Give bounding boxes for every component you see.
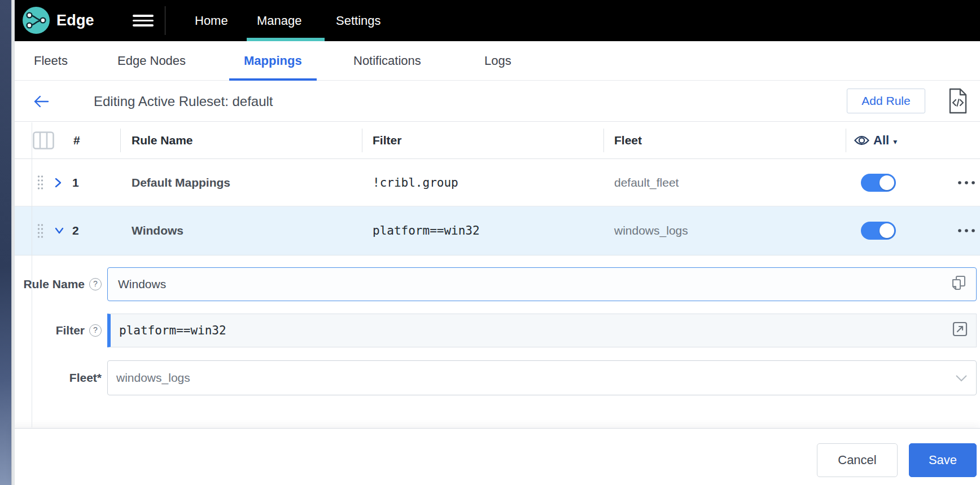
table-row-default-mappings[interactable]: 1 Default Mappings !cribl.group default_… bbox=[11, 159, 980, 206]
more-actions-icon[interactable] bbox=[957, 206, 975, 255]
rule-number: 2 bbox=[72, 206, 79, 255]
drag-handle-icon[interactable] bbox=[37, 206, 43, 255]
column-divider bbox=[846, 129, 846, 152]
more-actions-icon[interactable] bbox=[957, 159, 975, 206]
manage-subtabs: Fleets Edge Nodes Mappings Notifications… bbox=[11, 41, 980, 81]
column-header-rule-name: Rule Name bbox=[132, 122, 193, 159]
fleet-label-text: Fleet* bbox=[69, 371, 102, 385]
help-icon[interactable]: ? bbox=[89, 278, 102, 290]
rule-name: Windows bbox=[132, 206, 183, 255]
nav-settings[interactable]: Settings bbox=[325, 0, 392, 41]
tab-notifications[interactable]: Notifications bbox=[339, 41, 436, 81]
tab-fleets[interactable]: Fleets bbox=[19, 41, 82, 81]
fleet-select[interactable]: windows_logs bbox=[107, 360, 977, 395]
column-header-number: # bbox=[73, 122, 80, 159]
filter-label: Filter ? bbox=[11, 314, 102, 347]
save-button[interactable]: Save bbox=[909, 443, 977, 477]
chevron-down-icon bbox=[955, 371, 968, 385]
rule-enabled-toggle[interactable] bbox=[861, 174, 896, 192]
column-settings-icon[interactable] bbox=[33, 131, 54, 152]
topbar-divider bbox=[165, 6, 165, 35]
fleet-select-value: windows_logs bbox=[116, 371, 948, 385]
chevron-right-icon[interactable] bbox=[54, 159, 62, 206]
brand-title: Edge bbox=[56, 0, 94, 41]
rule-name-input-value: Windows bbox=[118, 277, 945, 291]
column-divider bbox=[603, 129, 604, 152]
expand-editor-icon[interactable] bbox=[952, 321, 968, 340]
back-arrow-icon[interactable] bbox=[33, 94, 50, 109]
column-header-fleet: Fleet bbox=[614, 122, 642, 159]
ruleset-header-bar: Editing Active Ruleset: default Add Rule bbox=[11, 81, 980, 122]
rule-number: 1 bbox=[72, 159, 79, 206]
page-title: Editing Active Ruleset: default bbox=[94, 81, 273, 122]
filter-expression-input[interactable]: platform==win32 bbox=[107, 314, 977, 347]
visibility-filter-dropdown[interactable]: All ▾ bbox=[854, 122, 897, 159]
rule-name-label: Rule Name ? bbox=[11, 267, 102, 301]
toggle-knob bbox=[880, 223, 894, 238]
rule-fleet: default_fleet bbox=[614, 159, 679, 206]
rule-fleet: windows_logs bbox=[614, 206, 688, 255]
cancel-button[interactable]: Cancel bbox=[817, 443, 898, 477]
help-icon[interactable]: ? bbox=[89, 324, 102, 337]
filter-label-text: Filter bbox=[56, 324, 85, 337]
tab-edge-nodes[interactable]: Edge Nodes bbox=[103, 41, 200, 81]
window-left-gutter bbox=[11, 0, 15, 485]
topbar: Edge Home Manage Settings bbox=[11, 0, 980, 41]
add-rule-button[interactable]: Add Rule bbox=[847, 89, 925, 113]
edit-as-code-icon[interactable] bbox=[948, 88, 968, 114]
app-window: Edge Home Manage Settings Fleets Edge No… bbox=[11, 0, 980, 485]
column-header-filter: Filter bbox=[373, 122, 401, 159]
table-header: # Rule Name Filter Fleet All ▾ bbox=[11, 122, 980, 159]
table-left-border bbox=[32, 122, 32, 427]
tab-mappings[interactable]: Mappings bbox=[229, 41, 317, 81]
tab-logs[interactable]: Logs bbox=[470, 41, 526, 81]
rule-name: Default Mappings bbox=[132, 159, 230, 206]
copy-icon[interactable] bbox=[952, 275, 966, 293]
edge-logo-icon[interactable] bbox=[23, 7, 50, 34]
eye-icon bbox=[854, 135, 869, 146]
fleet-label: Fleet* bbox=[11, 360, 102, 395]
filter-field-row: Filter ? platform==win32 bbox=[11, 314, 980, 347]
nav-manage[interactable]: Manage bbox=[246, 0, 313, 41]
toggle-knob bbox=[880, 175, 894, 190]
rule-name-label-text: Rule Name bbox=[23, 277, 85, 291]
table-row-windows[interactable]: 2 Windows platform==win32 windows_logs bbox=[11, 206, 980, 255]
visibility-filter-value: All bbox=[873, 133, 889, 148]
caret-down-icon: ▾ bbox=[893, 135, 897, 146]
rule-edit-panel: Rule Name ? Windows Filter ? bbox=[11, 255, 980, 428]
footer-action-bar: Cancel Save bbox=[11, 428, 980, 485]
rule-filter: platform==win32 bbox=[373, 206, 480, 255]
rule-name-input[interactable]: Windows bbox=[107, 267, 977, 301]
chevron-down-icon[interactable] bbox=[54, 206, 64, 255]
rule-enabled-toggle[interactable] bbox=[861, 222, 896, 240]
column-divider bbox=[120, 129, 121, 152]
rule-name-field-row: Rule Name ? Windows bbox=[11, 267, 980, 301]
hamburger-menu-icon[interactable] bbox=[133, 15, 154, 27]
rule-filter: !cribl.group bbox=[373, 159, 458, 206]
drag-handle-icon[interactable] bbox=[37, 159, 43, 206]
column-divider bbox=[362, 129, 362, 152]
nav-home[interactable]: Home bbox=[183, 0, 239, 41]
filter-input-value: platform==win32 bbox=[119, 324, 946, 337]
fleet-field-row: Fleet* windows_logs bbox=[11, 360, 980, 395]
